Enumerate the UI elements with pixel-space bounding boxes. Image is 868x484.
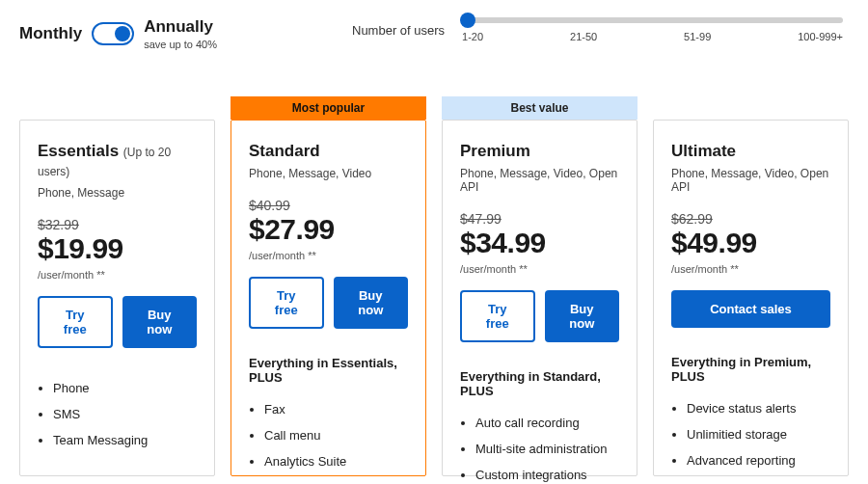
try-free-button[interactable]: Try free bbox=[38, 296, 113, 348]
billing-toggle-group: Monthly Annually save up to 40% bbox=[19, 17, 217, 50]
original-price: $47.99 bbox=[460, 211, 619, 227]
plan-ultimate: Ultimate Phone, Message, Video, Open API… bbox=[653, 120, 849, 476]
annually-wrap: Annually save up to 40% bbox=[144, 17, 217, 50]
cta-row: Try free Buy now bbox=[38, 296, 197, 348]
plan-desc: Phone, Message, Video, Open API bbox=[460, 167, 619, 194]
feature-item: Unlimitied storage bbox=[687, 427, 830, 442]
feature-item: Fax bbox=[264, 402, 408, 417]
plus-heading: Everything in Essentials, PLUS bbox=[249, 356, 408, 385]
try-free-button[interactable]: Try free bbox=[460, 290, 535, 342]
plan-desc: Phone, Message bbox=[38, 186, 197, 200]
users-label: Number of users bbox=[352, 23, 445, 38]
plan-desc: Phone, Message, Video bbox=[249, 167, 408, 180]
plan-ultimate-wrap: Ultimate Phone, Message, Video, Open API… bbox=[653, 96, 849, 476]
tick: 1-20 bbox=[462, 31, 483, 42]
plus-heading: Everything in Premium, PLUS bbox=[671, 355, 830, 384]
feature-item: Phone bbox=[53, 381, 197, 395]
feature-list: Phone SMS Team Messaging bbox=[53, 381, 197, 447]
plan-premium: Premium Phone, Message, Video, Open API … bbox=[442, 120, 637, 476]
plan-title: Essentials (Up to 20 users) bbox=[38, 142, 197, 180]
tick: 51-99 bbox=[684, 31, 711, 42]
feature-item: SMS bbox=[53, 407, 197, 421]
cta-row: Try free Buy now bbox=[460, 290, 619, 342]
plan-essentials-wrap: Essentials (Up to 20 users) Phone, Messa… bbox=[19, 96, 215, 476]
original-price: $62.99 bbox=[671, 211, 830, 227]
original-price: $32.99 bbox=[38, 217, 197, 232]
plan-title: Ultimate bbox=[671, 142, 830, 161]
price-per: /user/month ** bbox=[460, 263, 619, 275]
feature-item: Advanced reporting bbox=[687, 453, 830, 468]
save-note: save up to 40% bbox=[144, 39, 217, 50]
cta-row: Contact sales bbox=[671, 290, 830, 328]
feature-item: Device status alerts bbox=[687, 401, 830, 416]
users-slider-column: 1-20 21-50 51-99 100-999+ bbox=[462, 17, 843, 42]
cta-row: Try free Buy now bbox=[249, 277, 408, 329]
plus-heading: Everything in Standard, PLUS bbox=[460, 369, 619, 398]
feature-item: Team Messaging bbox=[53, 433, 197, 447]
users-block: Number of users 1-20 21-50 51-99 100-999… bbox=[352, 17, 849, 42]
feature-list: Device status alerts Unlimitied storage … bbox=[687, 401, 830, 468]
feature-item: Multi-site administration bbox=[475, 442, 619, 456]
monthly-label[interactable]: Monthly bbox=[19, 24, 82, 43]
tick: 100-999+ bbox=[798, 31, 843, 42]
feature-list: Auto call recording Multi-site administr… bbox=[475, 416, 619, 482]
feature-item: Call menu bbox=[264, 428, 408, 443]
plan-standard-wrap: Most popular Standard Phone, Message, Vi… bbox=[231, 96, 426, 476]
badge-best-value: Best value bbox=[442, 96, 637, 120]
feature-item: Analytics Suite bbox=[264, 454, 408, 469]
original-price: $40.99 bbox=[249, 198, 408, 213]
plan-title: Premium bbox=[460, 142, 619, 161]
try-free-button[interactable]: Try free bbox=[249, 277, 324, 329]
price-per: /user/month ** bbox=[38, 269, 197, 281]
buy-now-button[interactable]: Buy now bbox=[334, 277, 409, 329]
feature-item: Auto call recording bbox=[475, 416, 619, 430]
contact-sales-button[interactable]: Contact sales bbox=[671, 290, 830, 328]
buy-now-button[interactable]: Buy now bbox=[122, 296, 198, 348]
price: $19.99 bbox=[38, 232, 197, 265]
price: $49.99 bbox=[671, 227, 830, 259]
badge-most-popular: Most popular bbox=[231, 96, 426, 120]
users-ticks: 1-20 21-50 51-99 100-999+ bbox=[462, 31, 843, 42]
plan-desc: Phone, Message, Video, Open API bbox=[671, 167, 830, 194]
plan-name: Essentials bbox=[38, 142, 119, 160]
top-controls: Monthly Annually save up to 40% Number o… bbox=[19, 17, 849, 50]
tick: 21-50 bbox=[570, 31, 597, 42]
users-slider[interactable] bbox=[462, 17, 843, 23]
buy-now-button[interactable]: Buy now bbox=[545, 290, 620, 342]
feature-item: Custom integrations bbox=[475, 468, 619, 482]
price-per: /user/month ** bbox=[671, 263, 830, 275]
annually-label[interactable]: Annually bbox=[144, 17, 217, 37]
price: $27.99 bbox=[249, 213, 408, 246]
price: $34.99 bbox=[460, 227, 619, 259]
plan-standard: Standard Phone, Message, Video $40.99 $2… bbox=[231, 120, 426, 476]
price-per: /user/month ** bbox=[249, 250, 408, 261]
plans-row: Essentials (Up to 20 users) Phone, Messa… bbox=[19, 96, 849, 476]
feature-list: Fax Call menu Analytics Suite bbox=[264, 402, 408, 469]
billing-switch[interactable] bbox=[92, 22, 134, 45]
plan-essentials: Essentials (Up to 20 users) Phone, Messa… bbox=[19, 120, 215, 476]
plan-premium-wrap: Best value Premium Phone, Message, Video… bbox=[442, 96, 637, 476]
plan-title: Standard bbox=[249, 142, 408, 161]
